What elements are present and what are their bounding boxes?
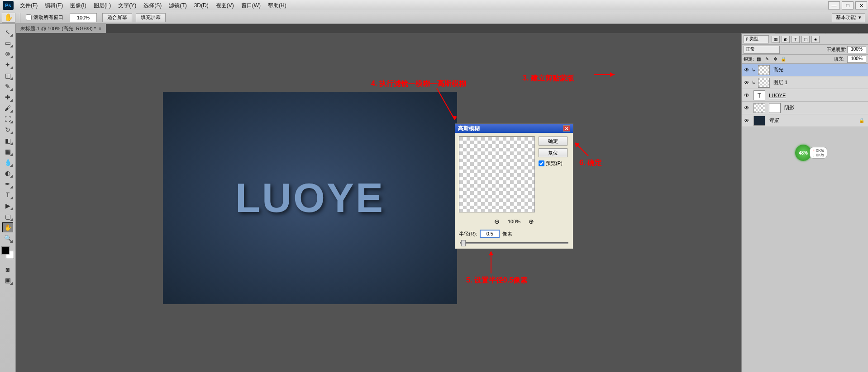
gradient-tool[interactable]: ▦ xyxy=(2,146,13,156)
dialog-close-button[interactable]: ✕ xyxy=(563,125,570,132)
menu-image[interactable]: 图像(I) xyxy=(67,0,90,11)
pen-tool[interactable]: ✒ xyxy=(2,179,13,189)
fill-screen-button[interactable]: 填充屏幕 xyxy=(136,13,166,22)
network-percent: 48% xyxy=(795,145,811,161)
blend-mode-select[interactable]: 正常 xyxy=(744,46,780,54)
radius-input[interactable] xyxy=(480,230,500,238)
app-logo: Ps xyxy=(3,1,14,10)
document-tab[interactable]: 未标题-1 @ 100% (高光, RGB/8) * × xyxy=(16,24,106,33)
canvas-text: LUOYE xyxy=(235,175,385,221)
layer-thumbnail[interactable] xyxy=(758,78,770,88)
screen-mode-button[interactable]: ▣ xyxy=(2,275,13,285)
scroll-all-checkbox[interactable]: 滚动所有窗口 xyxy=(26,14,63,21)
layer-item[interactable]: 👁 阴影 xyxy=(742,102,868,114)
tab-close-icon[interactable]: × xyxy=(99,26,101,31)
visibility-icon[interactable]: 👁 xyxy=(742,118,752,124)
foreground-color[interactable] xyxy=(1,246,10,254)
layer-item[interactable]: 👁 T LUOYE xyxy=(742,89,868,102)
layer-thumbnail[interactable] xyxy=(754,103,765,113)
annotation-4: 4. 执行滤镜—模糊—高斯模糊 xyxy=(371,79,466,89)
radius-slider[interactable] xyxy=(460,242,568,244)
filter-shape-icon[interactable]: ▢ xyxy=(801,36,810,43)
maximize-button[interactable]: □ xyxy=(842,1,854,9)
preview-checkbox[interactable]: 预览(P) xyxy=(539,160,568,167)
layer-item[interactable]: 👁 ↳ 高光 xyxy=(742,64,868,76)
fit-screen-button[interactable]: 适合屏幕 xyxy=(102,13,132,22)
blur-tool[interactable]: 💧 xyxy=(2,157,13,167)
tools-panel: ↖ ▭ ⊗ ✦ ◫ ✎ ✚ 🖌 ⛶ ↻ ◧ ▦ 💧 ◐ ✒ T ▶ ▢ ✋ 🔍 … xyxy=(0,24,16,372)
marquee-tool[interactable]: ▭ xyxy=(2,38,13,48)
filter-adjust-icon[interactable]: ◐ xyxy=(782,36,790,43)
hand-tool-icon[interactable]: ✋ xyxy=(2,13,15,23)
path-select-tool[interactable]: ▶ xyxy=(2,201,13,211)
filter-type-select[interactable]: ρ 类型 xyxy=(744,35,769,43)
menu-layer[interactable]: 图层(L) xyxy=(90,0,115,11)
workspace-selector[interactable]: 基本功能 ▾ xyxy=(832,13,865,22)
visibility-icon[interactable]: 👁 xyxy=(742,105,752,111)
shape-tool[interactable]: ▢ xyxy=(2,212,13,221)
close-button[interactable]: ✕ xyxy=(855,1,867,9)
lock-all-icon[interactable]: 🔒 xyxy=(780,56,787,62)
menu-3d[interactable]: 3D(D) xyxy=(191,1,212,10)
menu-window[interactable]: 窗口(W) xyxy=(238,0,264,11)
visibility-icon[interactable]: 👁 xyxy=(742,80,752,86)
menu-edit[interactable]: 编辑(E) xyxy=(41,0,67,11)
menu-type[interactable]: 文字(Y) xyxy=(114,0,140,11)
pixel-unit-label: 像素 xyxy=(502,231,512,237)
color-swatch[interactable] xyxy=(1,246,14,259)
eraser-tool[interactable]: ◧ xyxy=(2,136,13,146)
filter-smart-icon[interactable]: ◈ xyxy=(811,36,820,43)
filter-type-icon[interactable]: T xyxy=(792,36,800,43)
zoom-input[interactable] xyxy=(70,13,97,22)
eyedropper-tool[interactable]: ✎ xyxy=(2,81,13,91)
lasso-tool[interactable]: ⊗ xyxy=(2,49,13,59)
dialog-titlebar[interactable]: 高斯模糊 ✕ xyxy=(455,124,573,133)
brush-tool[interactable]: 🖌 xyxy=(2,103,13,113)
menu-view[interactable]: 视图(V) xyxy=(212,0,238,11)
dodge-tool[interactable]: ◐ xyxy=(2,168,13,178)
zoom-out-icon[interactable]: ⊖ xyxy=(494,218,500,225)
layer-item[interactable]: 👁 ↳ 图层 1 xyxy=(742,76,868,89)
visibility-icon[interactable]: 👁 xyxy=(742,92,752,99)
lock-icon: 🔒 xyxy=(859,118,864,123)
lock-brush-icon[interactable]: ✎ xyxy=(764,56,770,62)
separator xyxy=(20,13,20,23)
wand-tool[interactable]: ✦ xyxy=(2,60,13,70)
menu-filter[interactable]: 滤镜(T) xyxy=(165,0,190,11)
layer-thumbnail[interactable] xyxy=(754,116,765,126)
menu-file[interactable]: 文件(F) xyxy=(16,0,41,11)
preview-check-input[interactable] xyxy=(539,160,544,166)
layer-item[interactable]: 👁 背景 🔒 xyxy=(742,114,868,127)
layer-name: 图层 1 xyxy=(773,79,787,86)
layer-thumbnail[interactable]: T xyxy=(754,90,765,100)
quick-mask-button[interactable]: ◙ xyxy=(2,264,13,274)
filter-pixel-icon[interactable]: ▦ xyxy=(772,36,780,43)
type-tool[interactable]: T xyxy=(2,190,13,200)
crop-tool[interactable]: ◫ xyxy=(2,71,13,80)
zoom-tool[interactable]: 🔍 xyxy=(2,233,13,243)
history-brush-tool[interactable]: ↻ xyxy=(2,125,13,135)
minimize-button[interactable]: — xyxy=(828,1,840,9)
blend-row: 正常 不透明度: 100% xyxy=(742,45,868,55)
layer-mask-thumbnail[interactable] xyxy=(769,103,781,113)
slider-thumb[interactable] xyxy=(461,240,466,246)
svg-line-0 xyxy=(437,88,455,120)
menu-select[interactable]: 选择(S) xyxy=(140,0,165,11)
visibility-icon[interactable]: 👁 xyxy=(742,67,752,73)
healing-tool[interactable]: ✚ xyxy=(2,92,13,102)
preview-box[interactable] xyxy=(459,137,535,212)
lock-position-icon[interactable]: ✥ xyxy=(772,56,778,62)
lock-pixels-icon[interactable]: ▦ xyxy=(756,56,762,62)
opacity-value[interactable]: 100% xyxy=(847,46,866,53)
network-widget[interactable]: 48% ↑ 0K/s ↓ 0K/s xyxy=(795,145,827,161)
zoom-in-icon[interactable]: ⊕ xyxy=(529,218,534,225)
stamp-tool[interactable]: ⛶ xyxy=(2,114,13,124)
move-tool[interactable]: ↖ xyxy=(2,27,13,37)
hand-tool[interactable]: ✋ xyxy=(2,222,13,232)
ok-button[interactable]: 确定 xyxy=(539,137,568,146)
menu-help[interactable]: 帮助(H) xyxy=(264,0,290,11)
scroll-all-input[interactable] xyxy=(26,14,32,20)
reset-button[interactable]: 复位 xyxy=(539,148,568,157)
layer-thumbnail[interactable] xyxy=(758,65,770,75)
fill-value[interactable]: 100% xyxy=(847,56,866,63)
